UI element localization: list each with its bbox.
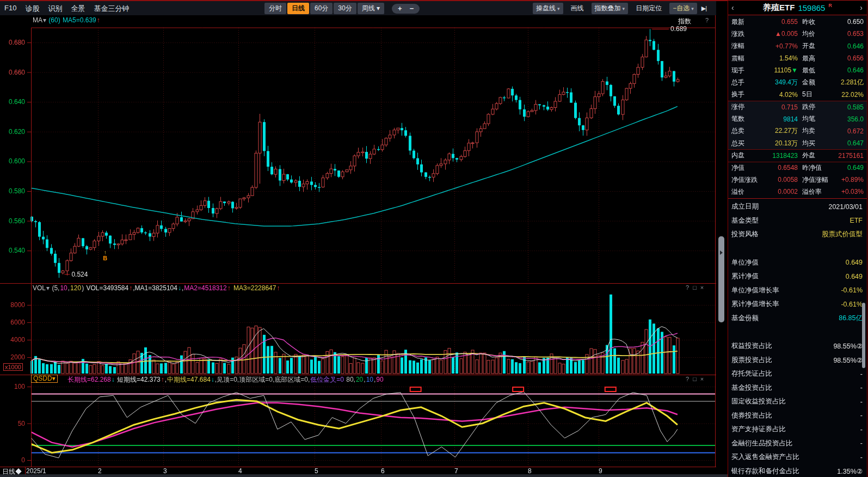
panel-splitter-handle[interactable]: [718, 236, 724, 322]
quote-label: 最高: [798, 54, 834, 63]
toolbar-button-1[interactable]: 画线: [568, 3, 587, 14]
header-segment: 10: [366, 376, 373, 383]
info-value: 98.55%②: [833, 342, 863, 350]
list-item: 基金份额 86.85亿: [728, 311, 867, 326]
quote-panel: ‹ 养殖ETF 159865 R › 最新 0.655 昨收 0.650 涨跌 …: [728, 0, 867, 477]
info-label: 买入返售金融资产占比: [731, 452, 799, 462]
quote-row: 最新 0.655 昨收 0.650: [728, 16, 867, 28]
header-segment: MA5=0.639: [63, 16, 96, 24]
zoom-out-button[interactable]: −: [406, 4, 418, 13]
quote-value: 0.715: [766, 103, 798, 111]
header-segment: ,: [182, 284, 183, 292]
quote-label: 溢价率: [798, 187, 834, 197]
qsdd-indicator-dropdown[interactable]: QSDD▾: [31, 375, 58, 383]
fund-info-list: 成立日期 2021/03/01 基金类型 ETF 投资风格 股票式价值型 单位净…: [728, 198, 867, 477]
info-value: -0.61%: [841, 286, 863, 294]
month-tick-label: 4: [238, 467, 242, 475]
zoom-in-button[interactable]: +: [394, 4, 406, 13]
menu-item-1[interactable]: 诊股: [25, 4, 39, 14]
header-segment: ▾: [43, 16, 46, 24]
header-segment: ↓: [112, 376, 115, 383]
next-stock-arrow[interactable]: ›: [860, 3, 863, 12]
header-segment: ,: [165, 376, 167, 383]
list-item: 金融衍生品投资占比 -: [728, 437, 867, 451]
quote-value: 0.0002: [766, 188, 798, 195]
menu-item-3[interactable]: 全景: [71, 4, 85, 14]
toolbar-button-2[interactable]: 指数叠加▾: [592, 3, 629, 14]
menu-item-2[interactable]: 识别: [48, 4, 62, 14]
info-label: 基金投资占比: [731, 383, 772, 393]
period-tab-1[interactable]: 日线: [287, 3, 309, 14]
header-segment: 20: [356, 376, 363, 383]
quote-label: 5日: [798, 90, 834, 99]
main-pane-indicator-header[interactable]: MA▾ (60) MA5=0.639↑: [33, 16, 101, 24]
help-icon[interactable]: ?: [686, 284, 689, 291]
quote-label: 涨停: [731, 102, 766, 112]
menu-item-4[interactable]: 基金三分钟: [94, 4, 129, 14]
list-item: 存托凭证占比 -: [728, 367, 867, 381]
quote-value: 0.672: [834, 127, 864, 135]
quote-label: 震幅: [731, 54, 766, 63]
quote-label: 均笔: [798, 114, 834, 124]
chevron-down-icon: ▾: [691, 6, 694, 11]
quote-value: 356.0: [834, 115, 864, 123]
toolbar-button-0[interactable]: 操盘线▾: [533, 3, 563, 14]
list-item: 累计净值 0.649: [728, 270, 867, 284]
quote-label: 跌停: [798, 102, 834, 112]
quote-value: 0.646: [834, 66, 864, 74]
quote-value: 22.27万: [766, 126, 798, 136]
collapse-panel-icon[interactable]: ▶|: [701, 5, 706, 12]
help-icon[interactable]: ?: [705, 17, 709, 23]
period-tab-4[interactable]: 周线 ▾: [358, 3, 384, 14]
quote-row: 笔数 9814 均笔 356.0: [728, 113, 867, 125]
vol-pane-indicator-header[interactable]: VOL▾ (5,10,120) VOL=3493584↑,MA1=3825104…: [33, 284, 280, 292]
quote-row: 涨跌 ▲0.005 均价 0.653: [728, 28, 867, 40]
menu-item-0[interactable]: F10: [4, 4, 16, 14]
quote-row: 溢价 0.0002 溢价率 +0.03%: [728, 186, 867, 198]
triangle-down-icon: ▼: [791, 66, 798, 74]
quote-row: 总买 20.13万 均买 0.647: [728, 137, 867, 149]
axis-corner-divider: [25, 467, 26, 474]
maximize-icon[interactable]: □: [693, 284, 697, 291]
quote-value: 0.6548: [766, 164, 798, 172]
period-tab-2[interactable]: 60分: [310, 3, 333, 14]
y-axis-tick-label: 0.660: [1, 69, 25, 76]
close-icon[interactable]: ×: [700, 284, 704, 291]
header-segment: VOL: [33, 284, 46, 292]
list-item: 投资风格 股票式价值型: [728, 228, 867, 242]
quote-value: ▲0.005: [766, 30, 798, 38]
info-label: 固定收益投资占比: [731, 397, 786, 406]
info-value: -: [860, 384, 863, 392]
maximize-icon[interactable]: □: [693, 376, 697, 382]
help-icon[interactable]: ?: [686, 376, 689, 382]
margin-flag: R: [828, 3, 832, 8]
info-value: 0.649: [846, 273, 863, 280]
y-axis-tick-label: 0.560: [1, 217, 25, 225]
quote-label: 涨幅: [731, 41, 766, 51]
y-axis-tick-label: 0.540: [1, 247, 25, 254]
month-tick-label: 2: [98, 467, 102, 475]
info-label: 投资风格: [731, 230, 759, 239]
y-axis-tick-label: 6000: [1, 319, 25, 326]
price-volume-qsdd-chart-canvas[interactable]: [0, 15, 716, 467]
time-axis: 日线◆ 2025/123456789: [0, 467, 728, 474]
period-tab-0[interactable]: 分时: [264, 3, 286, 14]
close-icon[interactable]: ×: [700, 376, 704, 382]
panel-scrollbar-thumb[interactable]: [862, 303, 865, 368]
list-item: 单位净值 0.649: [728, 256, 867, 270]
toolbar-button-4[interactable]: −自选▾: [669, 3, 697, 14]
quote-label: 外盘: [798, 151, 834, 160]
stock-name: 养殖ETF: [763, 3, 795, 13]
quote-value: +0.77%: [766, 42, 798, 50]
toolbar-button-3[interactable]: 日期定位: [632, 3, 665, 14]
prev-stock-arrow[interactable]: ‹: [731, 3, 734, 12]
period-tab-3[interactable]: 30分: [334, 3, 356, 14]
quote-row: 净值涨跌 0.0058 净值涨幅 +0.89%: [728, 174, 867, 186]
quote-value: 0.646: [834, 42, 864, 50]
period-tab-group: 分时日线60分30分周线 ▾ + −: [264, 3, 420, 14]
y-axis-tick-label: 4000: [1, 336, 25, 344]
quote-row: 内盘 1318423 外盘 2175161: [728, 149, 867, 161]
header-segment: ,MA1=3825104: [133, 284, 177, 292]
header-segment: ▾: [46, 284, 50, 292]
info-value: -: [860, 439, 863, 447]
